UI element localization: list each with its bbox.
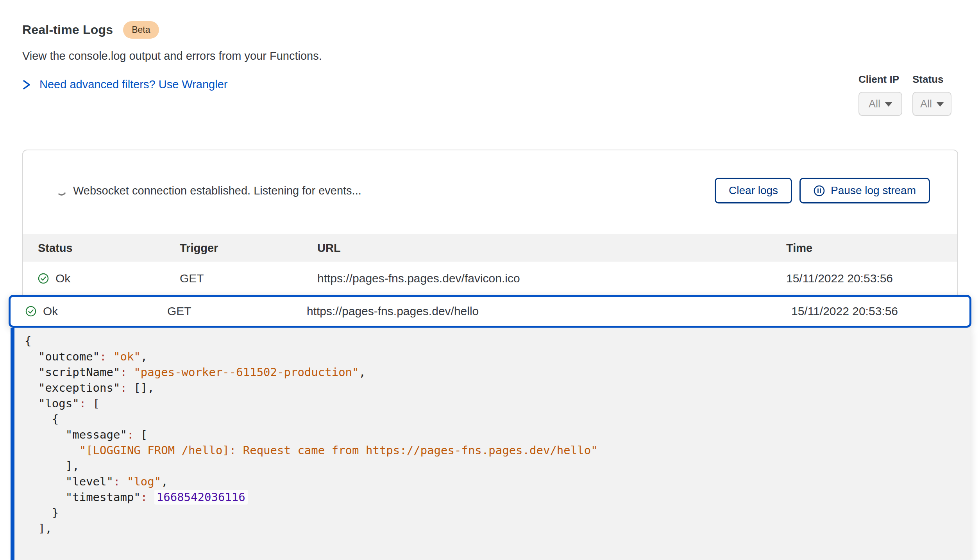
selected-log-row[interactable]: Ok GET https://pages-fns.pages.dev/hello…: [9, 295, 971, 328]
row-trigger: GET: [180, 272, 317, 285]
page-title: Real-time Logs: [22, 23, 113, 37]
table-row[interactable]: Ok GET https://pages-fns.pages.dev/favic…: [23, 262, 957, 295]
client-ip-label: Client IP: [858, 73, 902, 86]
column-header-trigger: Trigger: [180, 242, 317, 255]
spinner-icon: [54, 183, 69, 198]
row-time: 15/11/2022 20:53:56: [791, 305, 969, 318]
advanced-filters-link[interactable]: Need advanced filters? Use Wrangler: [22, 78, 322, 91]
row-url: https://pages-fns.pages.dev/hello: [307, 305, 791, 318]
client-ip-dropdown-value: All: [869, 98, 880, 110]
check-circle-icon: [25, 306, 36, 317]
pause-log-stream-label: Pause log stream: [831, 184, 916, 197]
clear-logs-label: Clear logs: [729, 184, 778, 197]
status-dropdown-value: All: [920, 98, 932, 110]
log-table-header: Status Trigger URL Time: [23, 234, 957, 262]
caret-down-icon: [937, 102, 944, 107]
status-filter-label: Status: [912, 73, 951, 86]
expanded-log-entry: Ok GET https://pages-fns.pages.dev/hello…: [9, 295, 971, 560]
check-circle-icon: [38, 273, 49, 284]
beta-badge: Beta: [123, 21, 159, 39]
pause-circle-icon: [814, 185, 825, 196]
websocket-status: Websocket connection established. Listen…: [56, 184, 361, 197]
json-log-code: { "outcome": "ok", "scriptName": "pages-…: [25, 333, 970, 536]
advanced-filters-link-text[interactable]: Need advanced filters? Use Wrangler: [39, 78, 227, 91]
row-status: Ok: [43, 305, 58, 318]
client-ip-filter: Client IP All: [858, 73, 902, 116]
row-time: 15/11/2022 20:53:56: [786, 272, 957, 285]
row-url: https://pages-fns.pages.dev/favicon.ico: [317, 272, 786, 285]
status-filter: Status All: [912, 73, 951, 116]
page-subtitle: View the console.log output and errors f…: [22, 50, 322, 62]
row-status: Ok: [55, 272, 70, 285]
clear-logs-button[interactable]: Clear logs: [715, 178, 792, 203]
row-trigger: GET: [167, 305, 307, 318]
json-log-detail: { "outcome": "ok", "scriptName": "pages-…: [11, 328, 970, 560]
pause-log-stream-button[interactable]: Pause log stream: [799, 178, 930, 203]
websocket-status-text: Websocket connection established. Listen…: [73, 184, 361, 197]
column-header-status: Status: [38, 242, 180, 255]
client-ip-dropdown[interactable]: All: [858, 92, 902, 116]
column-header-url: URL: [317, 242, 786, 255]
chevron-right-icon: [22, 78, 31, 91]
status-dropdown[interactable]: All: [912, 92, 951, 116]
page-header: Real-time Logs Beta View the console.log…: [22, 21, 322, 91]
column-header-time: Time: [786, 242, 957, 255]
filters-bar: Client IP All Status All: [858, 73, 951, 116]
caret-down-icon: [885, 102, 892, 107]
